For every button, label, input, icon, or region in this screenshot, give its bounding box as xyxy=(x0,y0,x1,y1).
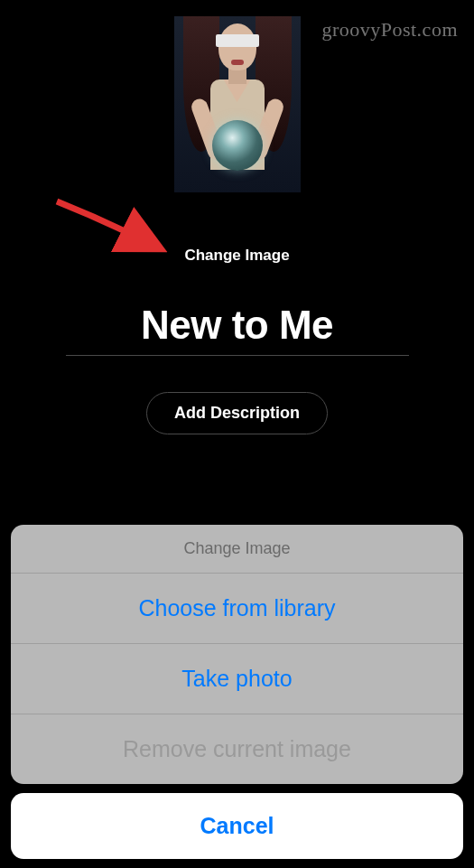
title-underline xyxy=(66,355,409,356)
add-description-button[interactable]: Add Description xyxy=(146,392,328,434)
watermark-text: groovyPost.com xyxy=(321,18,458,42)
action-sheet-title: Change Image xyxy=(11,525,463,574)
choose-from-library-option[interactable]: Choose from library xyxy=(11,574,463,644)
action-sheet-group: Change Image Choose from library Take ph… xyxy=(11,525,463,784)
cancel-button[interactable]: Cancel xyxy=(11,793,463,859)
playlist-editor: Change Image New to Me Add Description xyxy=(0,0,474,434)
remove-current-image-option: Remove current image xyxy=(11,714,463,784)
take-photo-option[interactable]: Take photo xyxy=(11,644,463,714)
change-image-link[interactable]: Change Image xyxy=(184,247,289,265)
annotation-arrow-icon xyxy=(52,194,170,257)
playlist-title-input[interactable]: New to Me xyxy=(0,303,474,348)
action-sheet: Change Image Choose from library Take ph… xyxy=(11,525,463,859)
playlist-cover-image[interactable] xyxy=(174,16,301,192)
